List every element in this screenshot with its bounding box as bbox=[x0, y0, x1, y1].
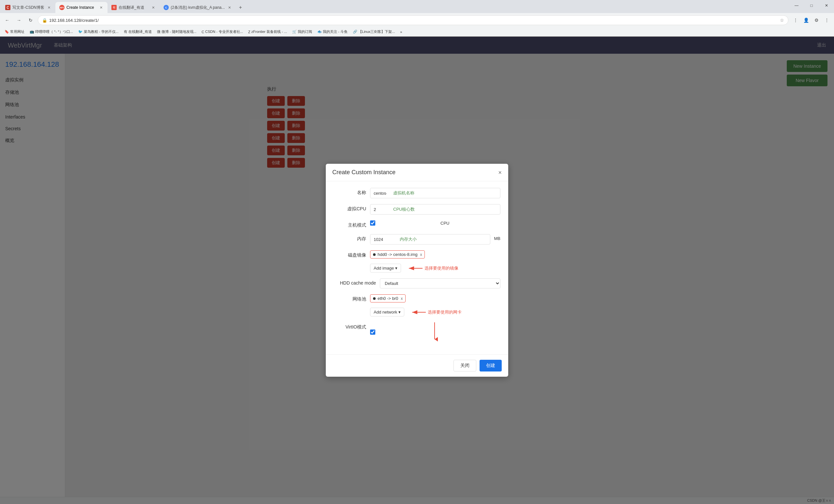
bookmark-douyu[interactable]: 🐟 我的关注 - 斗鱼 bbox=[315, 29, 350, 35]
add-network-label: Add network bbox=[374, 310, 397, 315]
tab-favicon-yd: 有 bbox=[111, 5, 117, 10]
add-image-annotation: 选择要使用的镜像 bbox=[406, 265, 458, 272]
disk-tag-dot bbox=[373, 253, 376, 256]
form-row-network: 网络池 eth0 -> br0 x Add network ▾ bbox=[334, 294, 500, 317]
hostmode-checkbox[interactable] bbox=[370, 221, 375, 226]
tab-title-csdn: 写文章-CSDN博客 bbox=[13, 5, 44, 10]
name-label: 名称 bbox=[334, 188, 366, 196]
address-icons: ☆ bbox=[780, 18, 784, 23]
bookmark-zfrontier[interactable]: Z zFrontier 装备前线 - ... bbox=[246, 29, 289, 35]
add-image-row: Add image ▾ bbox=[370, 264, 500, 273]
cpu-input-container: CPU核心数 bbox=[370, 204, 500, 214]
add-network-annotation: 选择要使用的网卡 bbox=[410, 309, 462, 316]
network-field: eth0 -> br0 x Add network ▾ bbox=[370, 294, 500, 317]
minimize-button[interactable]: — bbox=[789, 0, 804, 11]
tab-csdn[interactable]: C 写文章-CSDN博客 ✕ bbox=[1, 2, 56, 13]
disk-tag: hdd0 -> centos-8.img x bbox=[370, 250, 425, 258]
disk-tag-text: hdd0 -> centos-8.img bbox=[378, 252, 417, 257]
hdd-cache-select[interactable]: Default bbox=[380, 278, 500, 289]
tab-create-instance[interactable]: WV Create Instance ✕ bbox=[56, 2, 108, 13]
memory-label: 内存 bbox=[334, 234, 366, 242]
cpu-hint: CPU核心数 bbox=[390, 204, 500, 214]
network-tag-remove[interactable]: x bbox=[401, 296, 403, 301]
cpu-input[interactable] bbox=[370, 205, 390, 214]
tab-kvm[interactable]: C (2条消息) kvm虚拟化_A pana... ✕ bbox=[160, 2, 236, 13]
back-button[interactable]: ← bbox=[3, 16, 12, 25]
bookmark-icon-linux: 🔗 bbox=[353, 30, 357, 34]
extensions-icon[interactable]: ⋮ bbox=[791, 16, 800, 25]
bookmark-icon-runoob: 🐦 bbox=[78, 30, 83, 34]
tab-title-yd: 在线翻译_有道 bbox=[118, 5, 149, 10]
virtio-label: VirtIO模式 bbox=[334, 322, 366, 330]
hdd-cache-field: Default bbox=[380, 278, 500, 289]
add-network-button[interactable]: Add network ▾ bbox=[370, 308, 404, 317]
name-input[interactable] bbox=[370, 189, 390, 198]
address-bar-row: ← → ↻ 🔒 192.168.164.128/create/1/ ☆ ⋮ 👤 … bbox=[0, 13, 834, 27]
add-image-label: Add image bbox=[374, 266, 394, 271]
add-network-annotation-text: 选择要使用的网卡 bbox=[428, 309, 462, 315]
form-row-hdd-cache: HDD cache mode Default bbox=[334, 278, 500, 289]
disk-tag-remove[interactable]: x bbox=[420, 252, 422, 257]
bookmark-weibo[interactable]: 微 微博 - 随时随地发现... bbox=[155, 29, 198, 35]
bookmark-label-runoob: 菜鸟教程 - 学的不仅... bbox=[84, 29, 118, 34]
bookmark-changyu[interactable]: 🔖 常用网址 bbox=[3, 29, 26, 35]
bookmark-bilibili[interactable]: 📺 哔哩哔哩（ °- °）つ口... bbox=[28, 29, 75, 35]
bookmark-youdao[interactable]: 有 在线翻译_有道 bbox=[122, 29, 154, 35]
forward-button[interactable]: → bbox=[14, 16, 23, 25]
tab-favicon-cr: C bbox=[163, 5, 169, 10]
down-arrow-icon bbox=[431, 322, 438, 342]
bookmark-runoob[interactable]: 🐦 菜鸟教程 - 学的不仅... bbox=[76, 29, 120, 35]
bookmark-csdn[interactable]: C CSDN - 专业开发者社... bbox=[200, 29, 245, 35]
modal-overlay[interactable]: Create Custom Instance × 名称 虚拟机名称 虚拟CPU bbox=[0, 37, 834, 504]
bookmark-linux[interactable]: 🔗 【Linux三剑客】下架... bbox=[351, 29, 397, 35]
modal-title: Create Custom Instance bbox=[332, 169, 395, 176]
form-row-name: 名称 虚拟机名称 bbox=[334, 188, 500, 198]
bookmark-icon-order: 🛒 bbox=[292, 30, 297, 34]
bookmark-myorder[interactable]: 🛒 我的订阅 bbox=[290, 29, 314, 35]
settings-icon[interactable]: ⚙ bbox=[812, 16, 821, 25]
account-icon[interactable]: 👤 bbox=[802, 16, 811, 25]
virtio-checkbox[interactable] bbox=[370, 329, 375, 335]
tab-close-csdn[interactable]: ✕ bbox=[46, 5, 51, 10]
arrow-left-icon bbox=[406, 265, 422, 272]
bookmark-label-changyu: 常用网址 bbox=[10, 29, 24, 34]
create-modal-button[interactable]: 创建 bbox=[480, 360, 502, 371]
tab-close-kvm[interactable]: ✕ bbox=[227, 5, 232, 10]
tab-close-create[interactable]: ✕ bbox=[98, 5, 104, 10]
network-arrow-icon bbox=[410, 309, 426, 316]
name-field: 虚拟机名称 bbox=[370, 188, 500, 198]
modal-footer: 关闭 创建 bbox=[326, 354, 508, 377]
bookmark-more[interactable]: » bbox=[398, 29, 404, 35]
add-image-button[interactable]: Add image ▾ bbox=[370, 264, 401, 273]
network-tag: eth0 -> br0 x bbox=[370, 294, 405, 302]
tab-bar: C 写文章-CSDN博客 ✕ WV Create Instance ✕ 有 在线… bbox=[0, 0, 834, 13]
tab-title-create: Create Instance bbox=[66, 5, 96, 10]
memory-input[interactable] bbox=[370, 235, 396, 244]
tab-youdao[interactable]: 有 在线翻译_有道 ✕ bbox=[108, 2, 160, 13]
memory-hint: 内存大小 bbox=[396, 234, 490, 244]
bookmark-label-youdao: 在线翻译_有道 bbox=[128, 29, 152, 34]
close-button[interactable]: ✕ bbox=[819, 0, 834, 11]
bookmark-icon-douyu: 🐟 bbox=[317, 30, 322, 34]
bookmark-icon[interactable]: ☆ bbox=[780, 18, 784, 23]
modal-close-icon[interactable]: × bbox=[498, 169, 502, 176]
refresh-button[interactable]: ↻ bbox=[26, 16, 35, 25]
memory-input-container: 内存大小 bbox=[370, 234, 490, 245]
new-tab-button[interactable]: + bbox=[236, 3, 245, 12]
address-text: 192.168.164.128/create/1/ bbox=[49, 18, 99, 23]
more-icon[interactable]: ⋮ bbox=[822, 16, 831, 25]
form-row-virtio: VirtIO模式 bbox=[334, 322, 500, 342]
hdd-cache-label: HDD cache mode bbox=[334, 278, 376, 285]
form-row-cpu: 虚拟CPU CPU核心数 bbox=[334, 204, 500, 214]
address-bar[interactable]: 🔒 192.168.164.128/create/1/ ☆ bbox=[38, 15, 788, 25]
add-network-chevron: ▾ bbox=[398, 310, 401, 315]
close-modal-button[interactable]: 关闭 bbox=[454, 360, 476, 371]
maximize-button[interactable]: □ bbox=[804, 0, 819, 11]
add-image-annotation-text: 选择要使用的镜像 bbox=[424, 265, 458, 271]
network-tag-dot bbox=[373, 297, 376, 300]
hostmode-field: CPU bbox=[370, 221, 500, 226]
form-row-hostmode: 主机模式 CPU bbox=[334, 221, 500, 228]
tab-close-yd[interactable]: ✕ bbox=[151, 5, 156, 10]
hostmode-label: 主机模式 bbox=[334, 221, 366, 228]
bookmark-icon-bilibili: 📺 bbox=[30, 30, 34, 34]
